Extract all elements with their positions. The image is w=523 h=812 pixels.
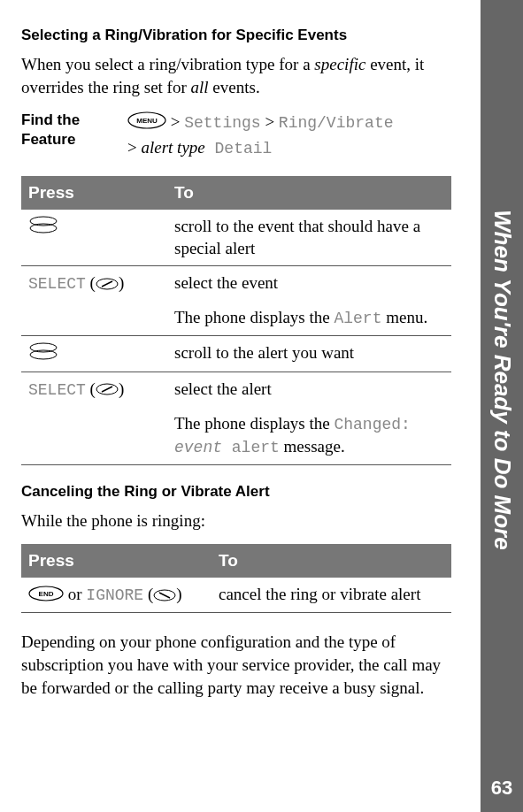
r2b-mono: Alert: [334, 310, 381, 327]
table-row: scroll to the event that should have a s…: [21, 210, 451, 266]
table-row: END or IGNORE () cancel the ring or vibr…: [21, 578, 451, 613]
intro-post: events.: [209, 78, 260, 96]
svg-text:END: END: [39, 590, 54, 598]
section-heading-cancel: Canceling the Ring or Vibrate Alert: [21, 483, 451, 501]
cell-to-cancel: cancel the ring or vibrate alert: [212, 578, 451, 613]
r4b-mono: Changed:: [334, 416, 410, 433]
end-key-icon: END: [28, 585, 64, 608]
menu-key-icon: MENU: [127, 111, 166, 136]
ignore-label: IGNORE: [86, 586, 143, 604]
cell-press-scroll2: [21, 335, 167, 372]
path-ringvib: Ring/Vibrate: [279, 114, 394, 132]
svg-line-13: [159, 593, 170, 598]
softkey-icon: [96, 379, 119, 402]
find-the-feature: Find the Feature MENU > Settings > Ring/…: [21, 111, 451, 160]
cell-press-select2: SELECT (): [21, 372, 167, 407]
th-to2: To: [212, 544, 451, 578]
section1-intro: When you select a ring/vibration type fo…: [21, 53, 451, 98]
r2b-pre: The phone displays the: [174, 308, 334, 326]
find-label-l1: Find the: [21, 111, 80, 128]
table-header-row: Press To: [21, 176, 451, 210]
find-feature-label: Find the Feature: [21, 111, 127, 149]
footer-paragraph: Depending on your phone configuration an…: [21, 631, 451, 699]
r4b-mono-em: event: [174, 439, 222, 456]
table-header-row2: Press To: [21, 544, 451, 578]
svg-line-9: [102, 387, 112, 392]
th-press: Press: [21, 176, 167, 210]
svg-text:MENU: MENU: [136, 117, 158, 125]
table-row: scroll to the alert you want: [21, 335, 451, 372]
th-press2: Press: [21, 544, 212, 578]
or-text: or: [64, 585, 86, 603]
intro-pre: When you select a ring/vibration type fo…: [21, 55, 314, 73]
cell-to-displays-alert: The phone displays the Alert menu.: [167, 301, 451, 335]
select-label2: SELECT: [28, 381, 86, 399]
cell-to-select-event: select the event: [167, 265, 451, 301]
cell-to-scroll-event: scroll to the event that should have a s…: [167, 210, 451, 266]
softkey-icon: [96, 273, 119, 296]
page-number: 63: [488, 777, 516, 800]
select-label: SELECT: [28, 275, 86, 293]
intro-all: all: [191, 78, 209, 96]
table-select-alert: Press To scroll to the event that should…: [21, 176, 451, 465]
table-row: SELECT () select the alert: [21, 372, 451, 407]
th-to: To: [167, 176, 451, 210]
path-line2-gt: >: [127, 138, 141, 157]
softkey-icon-left: [153, 585, 176, 608]
table-cancel-alert: Press To END or IGNORE () cancel the rin…: [21, 544, 451, 613]
section-heading-select: Selecting a Ring/Vibration for Specific …: [21, 27, 451, 44]
path-settings: Settings: [184, 114, 260, 132]
cell-press-end-ignore: END or IGNORE (): [21, 578, 212, 613]
table-row: SELECT () select the event: [21, 265, 451, 301]
table-row: The phone displays the Alert menu.: [21, 301, 451, 335]
r4b-mono3: alert: [222, 439, 280, 456]
path-gt2: >: [261, 112, 279, 131]
intro-specific: specific: [314, 55, 365, 73]
r2b-post: menu.: [381, 308, 427, 326]
scroll-key-icon: [28, 216, 58, 240]
scroll-key-icon: [28, 342, 58, 366]
section2-intro: While the phone is ringing:: [21, 509, 451, 532]
path-gt1: >: [166, 112, 184, 131]
side-tab-label: When You're Ready to Do More: [481, 0, 523, 812]
cell-empty: [21, 301, 167, 335]
side-tab: When You're Ready to Do More 63: [481, 0, 523, 812]
r4b-pre: The phone displays the: [174, 414, 334, 433]
page-content: Selecting a Ring/Vibration for Specific …: [0, 0, 469, 729]
table-row: The phone displays the Changed: event al…: [21, 407, 451, 464]
cell-press-scroll: [21, 210, 167, 266]
find-feature-path: MENU > Settings > Ring/Vibrate > alert t…: [127, 111, 451, 160]
svg-line-5: [102, 281, 112, 287]
path-alert-type: alert type: [141, 138, 204, 157]
r4b-post: message.: [280, 437, 345, 456]
cell-to-displays-changed: The phone displays the Changed: event al…: [167, 407, 451, 464]
cell-press-select: SELECT (): [21, 265, 167, 301]
path-detail: Detail: [205, 140, 273, 157]
cell-to-scroll-alert: scroll to the alert you want: [167, 335, 451, 372]
cell-to-select-alert: select the alert: [167, 372, 451, 407]
find-label-l2: Feature: [21, 131, 75, 148]
cell-empty2: [21, 407, 167, 464]
